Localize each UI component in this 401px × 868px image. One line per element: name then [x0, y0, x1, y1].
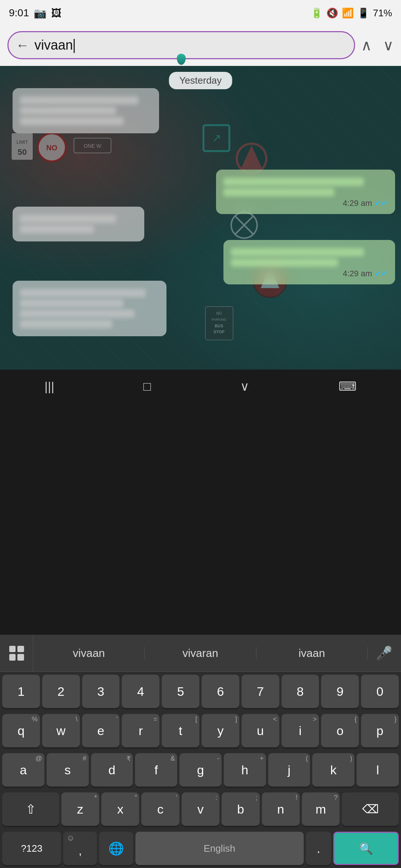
key-o[interactable]: {o — [321, 714, 359, 747]
home-nav-button[interactable]: □ — [144, 379, 151, 394]
suggestion-1[interactable]: vivaan — [33, 647, 145, 660]
search-action-key[interactable]: 🔍 — [333, 832, 399, 865]
period-key[interactable]: . — [306, 832, 331, 865]
grid-icon — [9, 646, 24, 661]
key-b[interactable]: ;b — [222, 792, 259, 826]
svg-text:BUS: BUS — [215, 324, 223, 328]
comma-key[interactable]: ☺ , — [63, 832, 97, 865]
blurred-text — [20, 107, 116, 115]
key-2[interactable]: 2 — [42, 675, 80, 708]
qwerty-row: %q \w 'e =r [t ]y <u >i {o }p — [0, 711, 401, 750]
suggestion-2[interactable]: vivaran — [145, 647, 256, 660]
key-l[interactable]: l — [357, 753, 399, 787]
key-v[interactable]: :v — [182, 792, 219, 826]
back-button[interactable]: ← — [16, 37, 29, 53]
camera-icon: 📷 — [34, 7, 47, 19]
key-r[interactable]: =r — [122, 714, 159, 747]
zxcv-row: ⇧ *z "x 'c :v ;b !n ?m ⌫ — [0, 789, 401, 829]
message-sent-1: 4:29 am ✔✔ — [216, 170, 401, 214]
key-d[interactable]: ₹d — [91, 753, 133, 787]
key-7[interactable]: 7 — [242, 675, 279, 708]
bottom-row: ?123 ☺ , 🌐 English . 🔍 — [0, 829, 401, 868]
key-9[interactable]: 9 — [321, 675, 359, 708]
key-4[interactable]: 4 — [122, 675, 159, 708]
message-received-1 — [4, 88, 159, 133]
key-p[interactable]: }p — [361, 714, 399, 747]
key-c[interactable]: 'c — [141, 792, 179, 826]
blurred-text — [20, 96, 138, 104]
search-input[interactable]: vivaan — [34, 37, 347, 53]
keyboard-nav-button[interactable]: ⌨ — [338, 379, 357, 394]
blurred-text — [223, 188, 334, 196]
key-u[interactable]: <u — [242, 714, 279, 747]
battery-percent: 71% — [373, 7, 392, 19]
key-5[interactable]: 5 — [162, 675, 199, 708]
blurred-text — [223, 178, 364, 186]
key-g[interactable]: -g — [179, 753, 222, 787]
chat-area: LIMIT 50 NO ONE W ↗ NO PARKING BUS STOP … — [0, 66, 401, 370]
read-ticks-1: ✔✔ — [374, 198, 388, 208]
globe-key[interactable]: 🌐 — [99, 832, 133, 865]
recent-nav-button[interactable]: ∨ — [240, 379, 249, 394]
blurred-text — [20, 225, 94, 233]
search-input-box[interactable]: ← vivaan — [7, 31, 355, 59]
svg-text:NO: NO — [216, 311, 222, 316]
message-received-2 — [4, 207, 144, 241]
bubble-received-1 — [13, 88, 159, 133]
key-w[interactable]: \w — [42, 714, 80, 747]
mic-button[interactable]: 🎤 — [368, 635, 401, 672]
key-z[interactable]: *z — [61, 792, 99, 826]
search-bar-container: ← vivaan ∧ ∨ — [0, 26, 401, 66]
key-q[interactable]: %q — [2, 714, 40, 747]
key-1[interactable]: 1 — [2, 675, 40, 708]
shift-key[interactable]: ⇧ — [2, 792, 59, 826]
key-h[interactable]: +h — [224, 753, 266, 787]
keyboard-area: vivaan vivaran ivaan 🎤 1 2 3 4 5 6 7 8 9… — [0, 635, 401, 868]
svg-text:LIMIT: LIMIT — [17, 140, 28, 145]
svg-text:↗: ↗ — [212, 132, 221, 144]
key-6[interactable]: 6 — [202, 675, 239, 708]
status-right: 🔋 🔇 📶 📱 71% — [311, 7, 392, 19]
asdf-row: @a #s ₹d &f -g +h (j )k l — [0, 750, 401, 789]
number-row: 1 2 3 4 5 6 7 8 9 0 — [0, 672, 401, 711]
bubble-received-3 — [13, 281, 166, 336]
space-key[interactable]: English — [135, 832, 304, 865]
key-0[interactable]: 0 — [361, 675, 399, 708]
key-y[interactable]: ]y — [202, 714, 239, 747]
key-n[interactable]: !n — [262, 792, 300, 826]
blurred-text — [20, 289, 146, 297]
keyboard-grid-button[interactable] — [0, 635, 33, 672]
backspace-key[interactable]: ⌫ — [342, 792, 399, 826]
key-m[interactable]: ?m — [302, 792, 340, 826]
date-badge: Yesterday — [169, 72, 232, 89]
teardrop-indicator — [177, 54, 186, 65]
key-a[interactable]: @a — [2, 753, 44, 787]
key-j[interactable]: (j — [268, 753, 310, 787]
key-k[interactable]: )k — [312, 753, 354, 787]
blurred-text — [20, 215, 116, 223]
blurred-text — [20, 299, 124, 307]
key-t[interactable]: [t — [162, 714, 199, 747]
key-3[interactable]: 3 — [82, 675, 120, 708]
back-nav-button[interactable]: ||| — [44, 379, 54, 394]
key-e[interactable]: 'e — [82, 714, 120, 747]
message-received-3 — [4, 281, 166, 336]
key-x[interactable]: "x — [101, 792, 139, 826]
key-f[interactable]: &f — [135, 753, 177, 787]
bottom-nav: ||| □ ∨ ⌨ — [0, 370, 401, 403]
key-i[interactable]: >i — [282, 714, 319, 747]
blurred-text — [20, 310, 135, 318]
key-s[interactable]: #s — [47, 753, 89, 787]
search-text: vivaan — [34, 37, 73, 53]
search-nav-arrows: ∧ ∨ — [361, 37, 394, 54]
svg-text:50: 50 — [18, 147, 27, 157]
blurred-text — [231, 258, 338, 267]
search-up-arrow[interactable]: ∧ — [361, 37, 372, 54]
read-ticks-2: ✔✔ — [374, 269, 388, 278]
suggestion-3[interactable]: ivaan — [256, 647, 368, 660]
svg-text:PARKING: PARKING — [212, 318, 226, 321]
key-8[interactable]: 8 — [282, 675, 319, 708]
bubble-received-2 — [13, 207, 144, 241]
search-down-arrow[interactable]: ∨ — [383, 37, 394, 54]
symbols-key[interactable]: ?123 — [2, 832, 61, 865]
